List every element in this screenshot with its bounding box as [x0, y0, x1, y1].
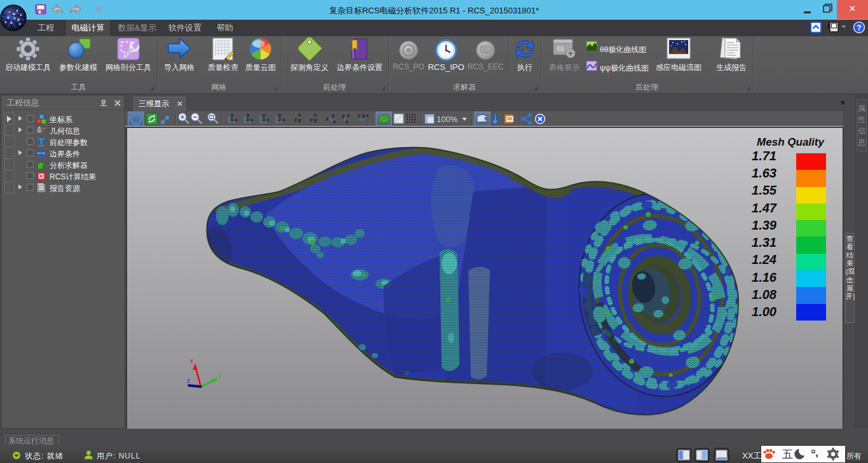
svg-text:?: ? [857, 24, 861, 32]
svg-text:z x: z x [278, 117, 285, 123]
svg-text:z: z [187, 377, 190, 384]
svg-text:y: y [342, 113, 345, 118]
svg-text:x: x [190, 357, 193, 364]
svg-text:z x: z x [247, 117, 254, 123]
svg-text:z: z [358, 113, 360, 118]
svg-text:x: x [314, 112, 317, 118]
svg-text:y: y [262, 112, 266, 118]
svg-text:x: x [333, 119, 336, 125]
svg-text:z y: z y [310, 117, 317, 123]
svg-text:y: y [247, 112, 250, 118]
svg-text:y: y [231, 112, 234, 118]
svg-text:y: y [218, 371, 221, 378]
svg-text:x: x [298, 112, 301, 118]
svg-text:五: 五 [782, 448, 793, 460]
svg-text:z: z [326, 116, 329, 121]
svg-text:x z: x z [262, 117, 269, 123]
svg-text:x: x [366, 113, 369, 118]
svg-text:100%: 100% [437, 114, 458, 124]
svg-text:x z: x z [231, 117, 238, 123]
svg-text:z y: z y [294, 117, 301, 123]
svg-text:x: x [347, 113, 350, 118]
svg-text:z: z [346, 119, 348, 125]
svg-text:y: y [332, 113, 335, 118]
svg-text:y: y [278, 112, 281, 118]
svg-text:y: y [362, 113, 365, 118]
